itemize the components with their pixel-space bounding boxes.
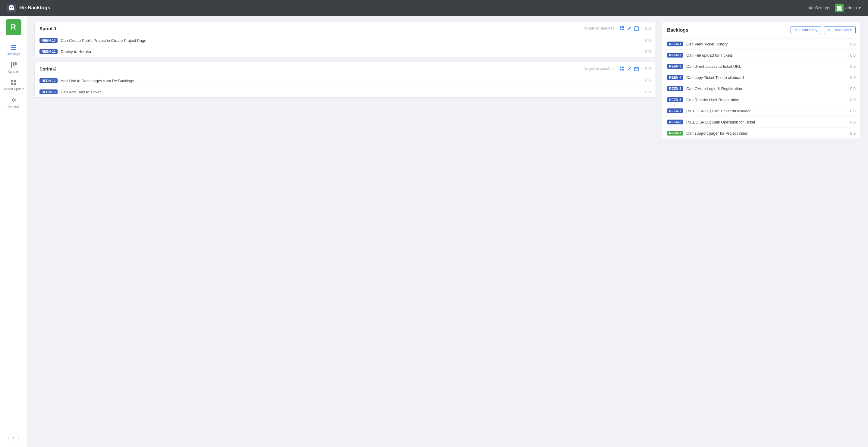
ticket-badge: REEN-2 — [667, 53, 683, 58]
svg-rect-23 — [620, 67, 621, 68]
svg-rect-9 — [13, 62, 14, 66]
item-title: Can copy Ticket Title to clipboard — [686, 75, 847, 80]
svg-rect-7 — [11, 49, 16, 50]
sprint-item[interactable]: REEN-10 Can Create Public Project in Cre… — [35, 35, 655, 46]
ticket-badge: REEN-7 — [667, 108, 683, 113]
svg-rect-5 — [11, 45, 16, 46]
topnav-right: Settings admin ▾ — [808, 4, 861, 12]
item-title: Can support pager for Project index — [686, 131, 847, 135]
backlog-item[interactable]: REEN-8 [NEED SPEC] Bulk Operation for Ti… — [662, 117, 861, 128]
backlogs-list: REEN-1 Can View Ticket History 0.0 REEN-… — [662, 38, 861, 138]
item-score: 0.0 — [850, 42, 856, 46]
svg-rect-10 — [15, 62, 17, 65]
backlog-item[interactable]: REEN-4 Can copy Ticket Title to clipboar… — [662, 72, 861, 83]
svg-rect-15 — [620, 26, 621, 28]
sidebar-item-settings[interactable]: Settings — [0, 94, 27, 111]
svg-rect-17 — [620, 29, 621, 30]
sprint-card-sprint-1: Sprint-1 No period specified 0.0 REEN-10… — [34, 22, 656, 57]
item-score: 0.0 — [645, 78, 651, 83]
backlog-item[interactable]: REEN-5 Can OAuth Login & Registration 0.… — [662, 83, 861, 94]
item-title: Deploy to Heroku — [61, 50, 642, 54]
backlog-item[interactable]: REEN-2 Can File upload for Tickets 0.0 — [662, 50, 861, 61]
item-score: 0.0 — [645, 50, 651, 54]
user-avatar-icon — [837, 5, 842, 10]
backlogs-icon — [10, 44, 17, 51]
backlog-item[interactable]: REEN-9 Can support pager for Project ind… — [662, 128, 861, 138]
sidebar-divider — [5, 40, 22, 40]
sprint-item[interactable]: REEN-13 Can Add Tags to Ticket 0.0 — [35, 87, 655, 97]
item-score: 0.0 — [645, 90, 651, 94]
backlog-item[interactable]: REEN-7 [NEED SPEC] Can Ticket multiselec… — [662, 105, 861, 117]
ghost-logo-icon — [7, 4, 16, 12]
svg-rect-11 — [11, 80, 13, 82]
add-sprint-label: + Add Sprint — [832, 28, 852, 32]
ticket-badge: REEN-12 — [39, 78, 58, 83]
sprint-calendar-icon[interactable] — [634, 66, 639, 71]
app-title: Re:Backlogs — [19, 5, 50, 11]
sprint-item[interactable]: REEN-12 Add Link to Docs pages from Re:B… — [35, 75, 655, 87]
item-title: [NEED SPEC] Bulk Operation for Ticket — [686, 120, 847, 124]
item-title: Can Create Public Project in Create Proj… — [61, 38, 642, 43]
backlog-item[interactable]: REEN-6 Can Restrict User Registration 0.… — [662, 94, 861, 105]
backlogs-actions: ⊕ + Add Story ⊕ + Add Sprint — [790, 26, 856, 34]
sprint-period: No period specified — [584, 26, 615, 30]
item-title: Add Link to Docs pages from Re:Backlogs — [61, 78, 642, 83]
svg-rect-19 — [634, 27, 639, 30]
sidebar-settings-label: Settings — [7, 104, 20, 108]
sidebar-closed-sprints-label: Closed Sprints — [3, 87, 24, 91]
add-story-button[interactable]: ⊕ + Add Story — [790, 26, 821, 34]
user-menu[interactable]: admin ▾ — [835, 4, 861, 12]
sprint-score: 0.0 — [642, 67, 651, 71]
settings-nav-button[interactable]: Settings — [808, 5, 830, 10]
item-score: 0.0 — [850, 53, 856, 58]
ticket-badge: REEN-9 — [667, 131, 683, 135]
user-label: admin — [845, 5, 857, 10]
sidebar-kanban-label: Kanban — [8, 70, 19, 73]
add-story-label: + Add Story — [799, 28, 817, 32]
sprint-calendar-icon[interactable] — [634, 26, 639, 31]
ticket-badge: REEN-13 — [39, 90, 58, 94]
backlogs-header: Backlogs ⊕ + Add Story ⊕ + Add Sprint — [662, 22, 861, 38]
svg-rect-14 — [14, 83, 16, 85]
item-title: Can Add Tags to Ticket — [61, 90, 642, 94]
backlogs-title: Backlogs — [667, 27, 790, 33]
svg-point-2 — [12, 7, 13, 8]
item-title: Can OAuth Login & Registration — [686, 87, 847, 91]
project-avatar: R — [6, 19, 22, 35]
backlog-item[interactable]: REEN-1 Can View Ticket History 0.0 — [662, 38, 861, 50]
sprint-title: Sprint-2 — [39, 66, 581, 71]
sidebar-item-kanban[interactable]: Kanban — [0, 59, 27, 76]
backlogs-panel: Backlogs ⊕ + Add Story ⊕ + Add Sprint RE… — [662, 22, 861, 139]
sprint-items: REEN-10 Can Create Public Project in Cre… — [35, 35, 655, 57]
backlog-item[interactable]: REEN-3 Can direct access to ticket URL 0… — [662, 61, 861, 72]
sprints-column: Sprint-1 No period specified 0.0 REEN-10… — [34, 22, 656, 441]
add-sprint-button[interactable]: ⊕ + Add Sprint — [824, 26, 856, 34]
sprint-edit-icon[interactable] — [627, 66, 632, 71]
sidebar: R Backlogs Kanban — [0, 15, 27, 447]
item-score: 0.0 — [850, 64, 856, 69]
sprint-grid-icon[interactable] — [619, 66, 625, 71]
sprint-item[interactable]: REEN-11 Deploy to Heroku 0.0 — [35, 46, 655, 57]
closed-sprints-icon — [10, 79, 17, 86]
sidebar-item-backlogs[interactable]: Backlogs — [0, 41, 27, 59]
svg-rect-12 — [14, 80, 16, 82]
svg-point-1 — [10, 7, 11, 8]
ticket-badge: REEN-4 — [667, 75, 683, 80]
svg-rect-8 — [11, 62, 12, 68]
sidebar-item-closed-sprints[interactable]: Closed Sprints — [0, 76, 27, 94]
sprint-items: REEN-12 Add Link to Docs pages from Re:B… — [35, 75, 655, 97]
item-score: 0.0 — [850, 98, 856, 102]
sprint-edit-icon[interactable] — [627, 26, 632, 31]
sprint-score: 0.0 — [642, 26, 651, 31]
sprint-period: No period specified — [584, 67, 615, 71]
sidebar-expand-button[interactable]: › — [8, 433, 19, 443]
sprint-grid-icon[interactable] — [619, 26, 625, 31]
item-title: Can Restrict User Registration — [686, 98, 847, 102]
ticket-badge: REEN-11 — [39, 49, 58, 54]
admin-avatar — [835, 4, 844, 12]
ticket-badge: REEN-5 — [667, 86, 683, 91]
svg-rect-6 — [11, 47, 16, 48]
add-sprint-icon: ⊕ — [828, 28, 831, 32]
item-score: 0.0 — [850, 75, 856, 80]
content-area: Sprint-1 No period specified 0.0 REEN-10… — [27, 15, 868, 447]
